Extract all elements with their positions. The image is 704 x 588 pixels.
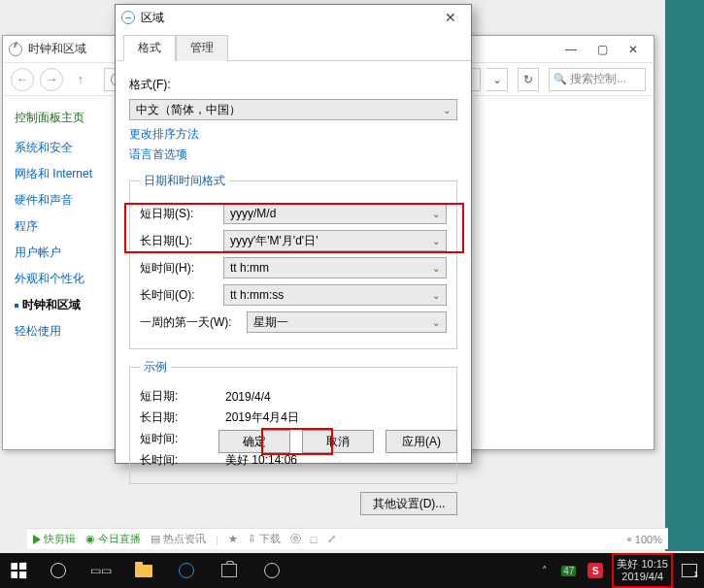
status-fastclip[interactable]: 快剪辑 (33, 532, 76, 546)
dialog-close-button[interactable]: ✕ (436, 8, 465, 27)
ex-long-time-label: 长时间: (140, 452, 225, 469)
taskbar: ▭▭ ˄ 47 S 美好 10:15 2019/4/4 (0, 553, 704, 588)
status-fav[interactable]: ★ (228, 533, 238, 545)
up-button[interactable]: ↑ (69, 68, 92, 91)
forward-button[interactable]: → (40, 68, 63, 91)
ex-long-date-label: 长日期: (140, 409, 225, 426)
format-combo[interactable]: 中文（简体，中国） ⌄ (129, 99, 457, 120)
search-icon (50, 563, 66, 578)
sidebar-item-network-internet[interactable]: 网络和 Internet (15, 166, 108, 182)
ex-short-date-value: 2019/4/4 (225, 390, 271, 404)
tab-body: 格式(F): 中文（简体，中国） ⌄ 更改排序方法 语言首选项 日期和时间格式 … (116, 61, 471, 525)
notification-icon (682, 564, 697, 577)
sidebar-item-system-security[interactable]: 系统和安全 (15, 140, 108, 156)
apply-button[interactable]: 应用(A) (386, 430, 457, 453)
ex-long-date-value: 2019年4月4日 (225, 409, 299, 426)
dialog-button-row: 确定 取消 应用(A) (218, 430, 457, 453)
language-prefs-link[interactable]: 语言首选项 (129, 147, 457, 163)
clock-time: 美好 10:15 (617, 558, 668, 571)
sidebar-item-hardware-sound[interactable]: 硬件和声音 (15, 192, 108, 209)
refresh-button[interactable]: ↻ (518, 68, 539, 91)
edge-icon (179, 563, 194, 578)
chevron-up-icon: ˄ (540, 566, 550, 575)
maximize-button[interactable]: ▢ (587, 40, 617, 59)
status-window[interactable]: □ (311, 534, 318, 545)
status-download[interactable]: ⇩下载 (248, 532, 281, 546)
search-icon: 🔍 (553, 73, 567, 85)
annotation-ok-button (261, 428, 333, 455)
example-fieldset: 示例 短日期:2019/4/4 长日期:2019年4月4日 短时间:美好 10:… (129, 359, 457, 484)
search-input[interactable]: 🔍 搜索控制... (549, 68, 646, 91)
status-ie[interactable]: ⓔ (290, 532, 301, 546)
status-expand[interactable]: ⤢ (327, 533, 336, 545)
datetime-format-fieldset: 日期和时间格式 短日期(S): yyyy/M/d⌄ 长日期(L): yyyy'年… (129, 173, 457, 349)
format-combo-value: 中文（简体，中国） (136, 102, 241, 118)
clock-region-icon (9, 43, 22, 56)
tray-battery[interactable]: 47 (558, 553, 579, 588)
tray-notifications[interactable] (679, 553, 700, 588)
dialog-title: 区域 (141, 10, 436, 26)
annotation-time-format (124, 203, 464, 253)
store-icon (221, 564, 237, 577)
format-label: 格式(F): (129, 77, 213, 93)
tab-format[interactable]: 格式 (123, 35, 176, 61)
sidebar-item-clock-region[interactable]: 时钟和区域 (15, 297, 108, 313)
circle-icon: ◉ (85, 533, 95, 545)
battery-percent: 47 (561, 566, 576, 576)
ime-icon: S (587, 563, 603, 578)
region-icon (121, 11, 135, 24)
tray-ime[interactable]: S (585, 553, 606, 588)
tab-admin[interactable]: 管理 (176, 35, 228, 61)
star-icon: ★ (228, 533, 238, 545)
datetime-format-legend: 日期和时间格式 (140, 173, 229, 189)
folder-icon (135, 565, 152, 577)
tray-clock[interactable]: 美好 10:15 2019/4/4 (612, 553, 673, 588)
long-time-combo[interactable]: tt h:mm:ss⌄ (223, 284, 447, 306)
chevron-down-icon: ⌄ (443, 105, 451, 115)
taskbar-explorer-button[interactable] (122, 553, 165, 588)
taskbar-settings-button[interactable] (251, 553, 293, 588)
taskbar-search-button[interactable] (37, 553, 80, 588)
minimize-button[interactable]: — (556, 40, 586, 59)
ex-short-time-label: 短时间: (140, 431, 225, 447)
news-icon: ▤ (151, 533, 160, 545)
taskbar-edge-button[interactable] (165, 553, 208, 588)
browser-status-bar: 快剪辑 ◉今日直播 ▤热点资讯 | ★ ⇩下载 ⓔ □ ⤢ 100% (27, 528, 668, 549)
sidebar-home-link[interactable]: 控制面板主页 (15, 110, 108, 126)
short-time-label: 短时间(H): (140, 260, 223, 277)
sidebar-item-ease-of-access[interactable]: 轻松使用 (15, 323, 108, 340)
first-day-combo[interactable]: 星期一⌄ (247, 311, 447, 333)
taskbar-store-button[interactable] (208, 553, 251, 588)
taskview-icon: ▭▭ (90, 564, 112, 577)
download-icon: ⇩ (248, 533, 256, 545)
windows-logo-icon (11, 563, 26, 579)
expand-icon: ⤢ (327, 533, 336, 545)
window-icon: □ (311, 534, 318, 545)
start-button[interactable] (0, 553, 37, 588)
status-hot-news[interactable]: ▤热点资讯 (151, 532, 206, 546)
change-sort-link[interactable]: 更改排序方法 (129, 126, 457, 143)
dialog-titlebar[interactable]: 区域 ✕ (116, 5, 471, 30)
status-zoom[interactable]: 100% (627, 534, 662, 545)
long-time-label: 长时间(O): (140, 287, 223, 304)
desktop-background-strip (665, 0, 704, 551)
sidebar-item-user-accounts[interactable]: 用户帐户 (15, 245, 108, 261)
back-button[interactable]: ← (11, 68, 34, 91)
zoom-dot-icon (627, 538, 631, 541)
ex-short-date-label: 短日期: (140, 388, 225, 405)
short-time-combo[interactable]: tt h:mm⌄ (223, 257, 447, 278)
breadcrumb-dropdown[interactable]: ⌄ (486, 68, 508, 91)
system-tray: ˄ 47 S 美好 10:15 2019/4/4 (537, 553, 704, 588)
sidebar-item-appearance[interactable]: 外观和个性化 (15, 271, 108, 287)
other-settings-button[interactable]: 其他设置(D)... (360, 492, 457, 515)
tray-overflow[interactable]: ˄ (537, 553, 553, 588)
sidebar-item-programs[interactable]: 程序 (15, 218, 108, 235)
play-icon (33, 535, 41, 544)
close-button[interactable]: ✕ (619, 40, 648, 59)
ie-icon: ⓔ (290, 532, 301, 546)
tab-bar: 格式 管理 (116, 30, 471, 61)
status-today-live[interactable]: ◉今日直播 (85, 532, 141, 546)
example-legend: 示例 (140, 359, 171, 376)
taskbar-taskview-button[interactable]: ▭▭ (80, 553, 122, 588)
search-placeholder: 搜索控制... (570, 71, 626, 87)
